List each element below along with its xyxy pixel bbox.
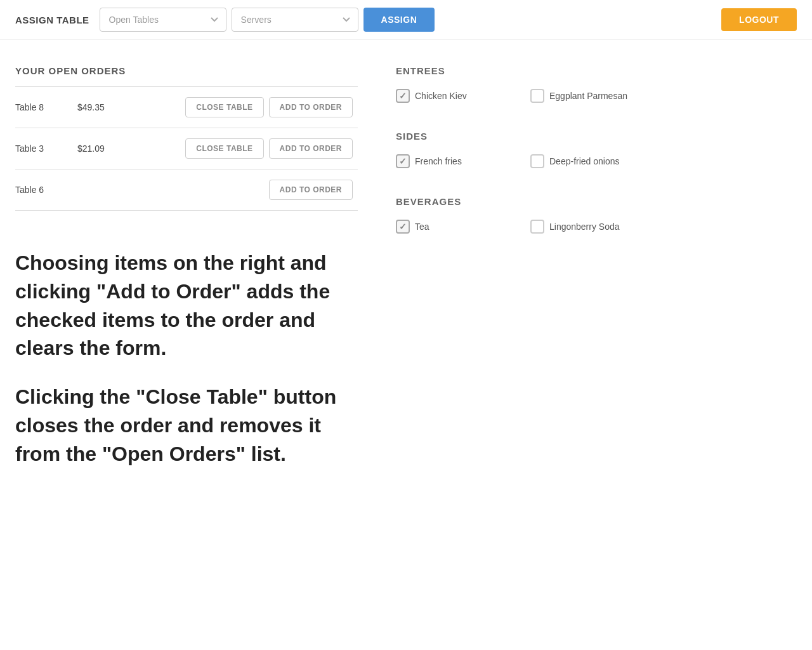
orders-table: Table 8$49.35CLOSE TABLEADD TO ORDERTabl… xyxy=(15,86,358,211)
close-table-button[interactable]: CLOSE TABLE xyxy=(185,138,263,159)
table-name: Table 3 xyxy=(15,128,72,169)
sides-items: French friesDeep-fried onions xyxy=(396,154,797,171)
header-selects: Open Tables Servers ASSIGN xyxy=(100,8,712,32)
entrees-items: Chicken KievEggplant Parmesan xyxy=(396,89,797,105)
instructions-block: Choosing items on the right and clicking… xyxy=(15,249,358,468)
open-orders-title: YOUR OPEN ORDERS xyxy=(15,65,358,76)
menu-item-label: Chicken Kiev xyxy=(415,91,467,101)
main-content: YOUR OPEN ORDERS Table 8$49.35CLOSE TABL… xyxy=(0,40,812,504)
table-row: Table 6ADD TO ORDER xyxy=(15,169,358,211)
menu-item-label: Deep-fried onions xyxy=(549,156,620,166)
beverages-items: TeaLingonberry Soda xyxy=(396,220,797,236)
menu-item: French fries xyxy=(396,154,510,168)
logout-button[interactable]: LOGOUT xyxy=(721,8,797,31)
left-panel: YOUR OPEN ORDERS Table 8$49.35CLOSE TABL… xyxy=(15,65,383,489)
table-amount: $49.35 xyxy=(72,87,129,128)
table-name: Table 8 xyxy=(15,87,72,128)
table-actions: CLOSE TABLEADD TO ORDER xyxy=(129,128,358,169)
sides-section: SIDES French friesDeep-fried onions xyxy=(396,131,797,171)
assign-table-title: ASSIGN TABLE xyxy=(15,15,89,25)
add-to-order-button[interactable]: ADD TO ORDER xyxy=(269,97,353,117)
menu-item-label: Eggplant Parmesan xyxy=(549,91,627,101)
add-to-order-button[interactable]: ADD TO ORDER xyxy=(269,138,353,159)
sides-title: SIDES xyxy=(396,131,797,142)
servers-select[interactable]: Servers xyxy=(232,8,358,32)
table-amount xyxy=(72,169,129,211)
right-panel: ENTREES Chicken KievEggplant Parmesan SI… xyxy=(383,65,797,489)
table-actions: ADD TO ORDER xyxy=(129,169,358,211)
menu-item-label: French fries xyxy=(415,156,462,166)
beverages-section: BEVERAGES TeaLingonberry Soda xyxy=(396,196,797,236)
menu-item: Eggplant Parmesan xyxy=(530,89,645,103)
menu-item-checkbox[interactable] xyxy=(396,154,410,168)
menu-item-checkbox[interactable] xyxy=(530,154,544,168)
menu-item: Chicken Kiev xyxy=(396,89,510,103)
table-row: Table 3$21.09CLOSE TABLEADD TO ORDER xyxy=(15,128,358,169)
menu-item: Deep-fried onions xyxy=(530,154,645,168)
instruction-2: Clicking the "Close Table" button closes… xyxy=(15,383,358,468)
menu-item-label: Tea xyxy=(415,222,429,232)
table-amount: $21.09 xyxy=(72,128,129,169)
menu-item-checkbox[interactable] xyxy=(530,220,544,234)
menu-item-checkbox[interactable] xyxy=(530,89,544,103)
open-tables-select[interactable]: Open Tables xyxy=(100,8,226,32)
close-table-button[interactable]: CLOSE TABLE xyxy=(185,97,263,117)
table-name: Table 6 xyxy=(15,169,72,211)
table-row: Table 8$49.35CLOSE TABLEADD TO ORDER xyxy=(15,87,358,128)
entrees-section: ENTREES Chicken KievEggplant Parmesan xyxy=(396,65,797,105)
menu-item: Lingonberry Soda xyxy=(530,220,645,234)
instruction-1: Choosing items on the right and clicking… xyxy=(15,249,358,362)
header: ASSIGN TABLE Open Tables Servers ASSIGN … xyxy=(0,0,812,40)
assign-button[interactable]: ASSIGN xyxy=(363,8,435,32)
menu-item-label: Lingonberry Soda xyxy=(549,222,620,232)
menu-item-checkbox[interactable] xyxy=(396,220,410,234)
menu-item-checkbox[interactable] xyxy=(396,89,410,103)
menu-item: Tea xyxy=(396,220,510,234)
table-actions: CLOSE TABLEADD TO ORDER xyxy=(129,87,358,128)
entrees-title: ENTREES xyxy=(396,65,797,76)
add-to-order-button[interactable]: ADD TO ORDER xyxy=(269,180,353,200)
beverages-title: BEVERAGES xyxy=(396,196,797,207)
